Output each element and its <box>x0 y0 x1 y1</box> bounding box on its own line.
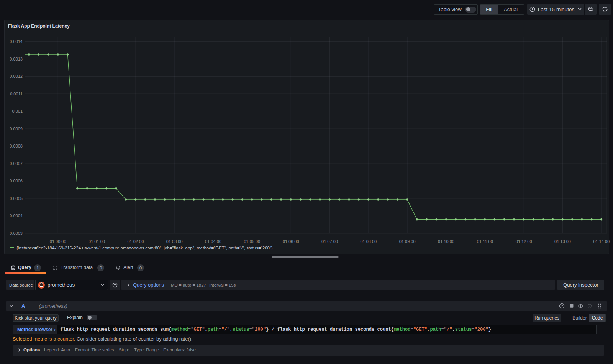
svg-text:01:09:00: 01:09:00 <box>399 239 416 244</box>
svg-text:01:08:00: 01:08:00 <box>360 239 377 244</box>
svg-text:01:01:00: 01:01:00 <box>89 239 105 244</box>
svg-text:0.0013: 0.0013 <box>10 57 23 61</box>
svg-text:01:13:00: 01:13:00 <box>554 239 571 244</box>
svg-text:0.0009: 0.0009 <box>10 126 23 131</box>
svg-text:0.0007: 0.0007 <box>10 161 23 166</box>
svg-text:0.0004: 0.0004 <box>10 213 23 218</box>
svg-text:0.0008: 0.0008 <box>10 144 23 148</box>
svg-text:0.0003: 0.0003 <box>10 231 23 236</box>
svg-text:0.0012: 0.0012 <box>10 74 23 79</box>
svg-text:0.0006: 0.0006 <box>10 179 23 183</box>
svg-text:01:11:00: 01:11:00 <box>477 239 493 244</box>
svg-text:0.0005: 0.0005 <box>10 196 23 201</box>
svg-text:0.0014: 0.0014 <box>10 39 23 44</box>
svg-text:0.001: 0.001 <box>12 109 23 113</box>
svg-text:01:06:00: 01:06:00 <box>283 239 299 244</box>
svg-text:0.0011: 0.0011 <box>10 92 23 96</box>
svg-text:01:07:00: 01:07:00 <box>321 239 338 244</box>
svg-text:01:05:00: 01:05:00 <box>244 239 260 244</box>
svg-text:01:00:00: 01:00:00 <box>50 239 66 244</box>
svg-text:01:12:00: 01:12:00 <box>516 239 532 244</box>
svg-text:01:04:00: 01:04:00 <box>205 239 221 244</box>
svg-text:01:02:00: 01:02:00 <box>127 239 144 244</box>
svg-text:01:03:00: 01:03:00 <box>166 239 183 244</box>
svg-text:01:10:00: 01:10:00 <box>438 239 454 244</box>
svg-text:01:14:00: 01:14:00 <box>593 239 610 244</box>
